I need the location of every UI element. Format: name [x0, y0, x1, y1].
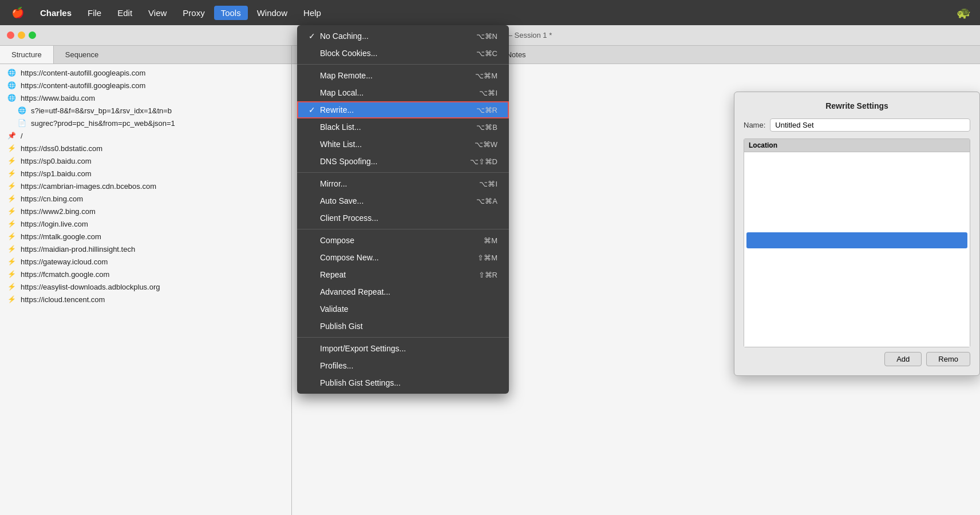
menu-item-rewrite[interactable]: ✓ Rewrite... ⌥⌘R — [297, 101, 509, 118]
list-item[interactable]: ⚡ https://login.live.com — [0, 217, 291, 230]
menu-item-mirror[interactable]: Mirror... ⌥⌘I — [297, 175, 509, 192]
site-label: https://sp1.baidu.com — [21, 169, 92, 178]
menu-edit[interactable]: Edit — [110, 6, 139, 20]
name-input[interactable] — [770, 118, 970, 132]
menu-window[interactable]: Window — [250, 6, 294, 20]
menu-tools[interactable]: Tools — [214, 6, 248, 20]
lightning-icon: ⚡ — [7, 219, 16, 228]
menu-separator — [297, 229, 509, 229]
lightning-icon: ⚡ — [7, 156, 16, 165]
menu-item-label: Rewrite... — [320, 105, 476, 114]
site-list: 🌐 https://content-autofill.googleapis.co… — [0, 64, 291, 515]
list-item[interactable]: ⚡ https://cambrian-images.cdn.bcebos.com — [0, 180, 291, 192]
location-table: Location — [744, 138, 970, 347]
location-header: Location — [744, 139, 970, 152]
list-item[interactable]: 🌐 https://www.baidu.com — [0, 92, 291, 104]
apple-menu[interactable]: 🍎 — [5, 4, 31, 21]
menu-shortcut: ⌥⌘M — [475, 72, 497, 80]
menu-item-advanced-repeat[interactable]: Advanced Repeat... — [297, 283, 509, 300]
menu-separator — [297, 172, 509, 173]
menu-item-publish-gist[interactable]: Publish Gist — [297, 318, 509, 335]
menu-view[interactable]: View — [141, 6, 173, 20]
menu-item-label: Auto Save... — [320, 196, 476, 205]
site-label: https://gateway.icloud.com — [21, 258, 108, 266]
lightning-icon: ⚡ — [7, 257, 16, 266]
menu-item-label: Validate — [320, 304, 497, 314]
menu-separator — [297, 64, 509, 65]
list-item[interactable]: ⚡ https://mtalk.google.com — [0, 230, 291, 243]
menu-item-map-local[interactable]: Map Local... ⌥⌘I — [297, 84, 509, 101]
menu-item-label: Profiles... — [320, 361, 497, 370]
menu-item-block-cookies[interactable]: Block Cookies... ⌥⌘C — [297, 45, 509, 62]
name-label: Name: — [744, 121, 765, 129]
list-item[interactable]: ⚡ https://icloud.tencent.com — [0, 293, 291, 306]
menu-item-validate[interactable]: Validate — [297, 300, 509, 318]
menu-shortcut: ⌥⇧⌘D — [470, 157, 497, 166]
site-label: https://cn.bing.com — [21, 195, 83, 203]
list-item[interactable]: 📄 sugrec?prod=pc_his&from=pc_web&json=1 — [0, 117, 291, 129]
remove-button[interactable]: Remo — [926, 352, 970, 366]
list-item[interactable]: 🌐 https://content-autofill.googleapis.co… — [0, 79, 291, 92]
pin-icon: 📌 — [7, 131, 16, 140]
list-item[interactable]: ⚡ https://dss0.bdstatic.com — [0, 142, 291, 154]
site-label: https://icloud.tencent.com — [21, 295, 105, 304]
menu-item-label: Publish Gist — [320, 322, 497, 331]
menu-item-compose[interactable]: Compose ⌘M — [297, 232, 509, 249]
menu-item-label: Compose — [320, 236, 484, 245]
location-selected-row[interactable] — [746, 232, 967, 248]
menu-item-label: Import/Export Settings... — [320, 344, 497, 353]
list-item[interactable]: ⚡ https://easylist-downloads.adblockplus… — [0, 280, 291, 293]
lightning-icon: ⚡ — [7, 181, 16, 191]
site-label: https://sp0.baidu.com — [21, 157, 92, 165]
menubar: 🍎 Charles File Edit View Proxy Tools Win… — [0, 0, 980, 25]
site-label: / — [21, 132, 23, 140]
menu-item-white-list[interactable]: White List... ⌥⌘W — [297, 136, 509, 153]
menu-item-compose-new[interactable]: Compose New... ⇧⌘M — [297, 249, 509, 266]
menu-charles[interactable]: Charles — [33, 6, 78, 20]
menu-item-label: Repeat — [320, 270, 479, 279]
globe-icon: 🌐 — [7, 68, 16, 77]
tab-sequence[interactable]: Sequence — [54, 46, 110, 64]
list-item[interactable]: ⚡ https://maidian-prod.hillinsight.tech — [0, 243, 291, 255]
menu-item-profiles[interactable]: Profiles... — [297, 357, 509, 374]
list-item[interactable]: ⚡ https://www2.bing.com — [0, 205, 291, 217]
menu-item-import-export[interactable]: Import/Export Settings... — [297, 340, 509, 357]
menu-item-black-list[interactable]: Black List... ⌥⌘B — [297, 118, 509, 136]
menu-shortcut: ⌥⌘W — [475, 140, 497, 149]
panel-tabs: Structure Sequence — [0, 46, 291, 64]
add-button[interactable]: Add — [884, 352, 922, 366]
menu-item-label: DNS Spoofing... — [320, 157, 470, 166]
tab-structure[interactable]: Structure — [0, 46, 54, 64]
site-label: https://www.baidu.com — [21, 94, 95, 102]
list-item[interactable]: ⚡ https://gateway.icloud.com — [0, 255, 291, 268]
menu-item-publish-gist-settings[interactable]: Publish Gist Settings... — [297, 374, 509, 391]
menu-shortcut: ⌥⌘N — [476, 32, 497, 41]
menu-item-repeat[interactable]: Repeat ⇧⌘R — [297, 266, 509, 283]
maximize-button[interactable] — [29, 31, 36, 39]
list-item[interactable]: 🌐 https://content-autofill.googleapis.co… — [0, 66, 291, 79]
list-item[interactable]: 📌 / — [0, 129, 291, 142]
menu-help[interactable]: Help — [297, 6, 328, 20]
menu-shortcut: ⌥⌘C — [476, 49, 497, 58]
menu-item-no-caching[interactable]: ✓ No Caching... ⌥⌘N — [297, 27, 509, 45]
menu-item-dns-spoofing[interactable]: DNS Spoofing... ⌥⇧⌘D — [297, 153, 509, 170]
menu-item-client-process[interactable]: Client Process... — [297, 209, 509, 227]
menu-item-map-remote[interactable]: Map Remote... ⌥⌘M — [297, 67, 509, 84]
minimize-button[interactable] — [18, 31, 25, 39]
menu-item-label: Map Remote... — [320, 71, 475, 80]
list-item[interactable]: ⚡ https://sp1.baidu.com — [0, 167, 291, 180]
tools-dropdown-menu: ✓ No Caching... ⌥⌘N Block Cookies... ⌥⌘C… — [297, 25, 509, 394]
menu-item-auto-save[interactable]: Auto Save... ⌥⌘A — [297, 192, 509, 209]
list-item[interactable]: ⚡ https://cn.bing.com — [0, 192, 291, 205]
list-item[interactable]: ⚡ https://sp0.baidu.com — [0, 154, 291, 167]
menu-shortcut: ⇧⌘M — [477, 253, 497, 262]
list-item[interactable]: 🌐 s?ie=utf-8&f=8&rsv_bp=1&rsv_idx=1&tn=b — [0, 104, 291, 117]
left-panel: Structure Sequence 🌐 https://content-aut… — [0, 46, 292, 515]
menu-item-label: Publish Gist Settings... — [320, 378, 497, 387]
close-button[interactable] — [7, 31, 14, 39]
list-item[interactable]: ⚡ https://fcmatch.google.com — [0, 268, 291, 280]
menu-proxy[interactable]: Proxy — [176, 6, 211, 20]
menu-file[interactable]: File — [81, 6, 108, 20]
lightning-icon: ⚡ — [7, 282, 16, 291]
site-label: https://login.live.com — [21, 220, 88, 228]
